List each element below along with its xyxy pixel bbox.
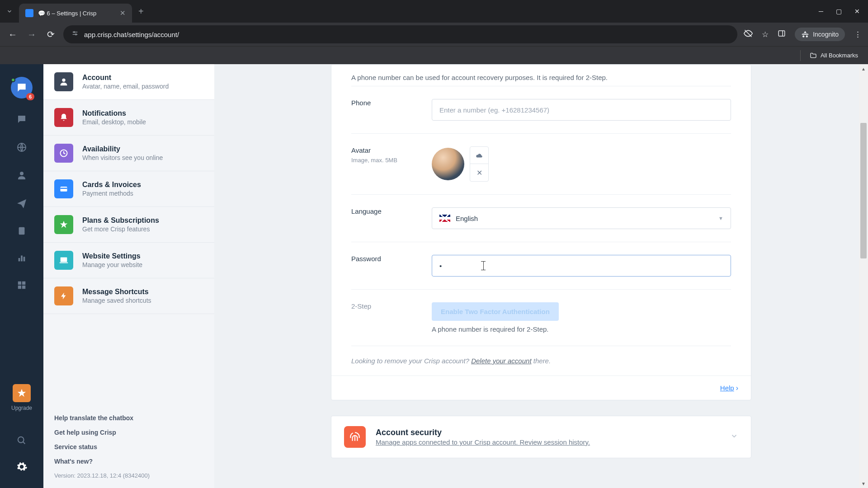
window-close-icon[interactable]: ✕: [854, 8, 860, 15]
tracking-protection-icon[interactable]: [744, 29, 753, 40]
scroll-down-icon[interactable]: ▼: [859, 479, 868, 488]
chevron-right-icon: ›: [736, 384, 738, 392]
incognito-badge[interactable]: Incognito: [795, 28, 845, 41]
bookmarks-bar: All Bookmarks: [0, 46, 868, 64]
sidebar-item-cards[interactable]: Cards & InvoicesPayment methods: [43, 171, 214, 207]
svg-rect-10: [19, 258, 20, 261]
sidebar-item-sub: Manage your website: [82, 261, 142, 268]
account-security-card[interactable]: Account security Manage apps connected t…: [331, 416, 751, 458]
back-button[interactable]: ←: [6, 29, 19, 40]
main-content: A phone number can be used for account r…: [214, 64, 868, 488]
svg-rect-15: [18, 286, 21, 289]
card-footer: Help ›: [331, 375, 751, 400]
phone-label: Phone: [351, 99, 432, 107]
browser-toolbar: ← → ⟳ app.crisp.chat/settings/account/ ☆…: [0, 23, 868, 46]
inbox-icon[interactable]: [16, 114, 27, 127]
two-step-row: 2-Step Enable Two Factor Authentication …: [351, 290, 731, 346]
avatar-upload-button[interactable]: [470, 147, 488, 164]
unread-badge: 6: [26, 93, 34, 100]
svg-point-17: [18, 437, 24, 443]
whatsnew-link[interactable]: What's new?: [54, 454, 203, 469]
browser-menu-icon[interactable]: ⋮: [854, 30, 862, 39]
sidebar-item-sub: Avatar, name, email, password: [82, 83, 169, 90]
search-icon[interactable]: [17, 436, 27, 447]
bell-icon: [54, 108, 73, 127]
visitors-icon[interactable]: [16, 142, 27, 155]
language-select[interactable]: English ▼: [432, 207, 731, 229]
browser-tab[interactable]: 💬 6 – Settings | Crisp ✕: [19, 4, 132, 23]
all-bookmarks-label: All Bookmarks: [821, 52, 858, 59]
address-bar[interactable]: app.crisp.chat/settings/account/: [63, 25, 737, 43]
site-settings-icon[interactable]: [71, 30, 79, 39]
svg-rect-11: [21, 256, 23, 262]
forward-button[interactable]: →: [25, 29, 38, 40]
tab-close-icon[interactable]: ✕: [120, 9, 126, 17]
nav-rail: 6 Upgrade: [0, 64, 43, 488]
svg-line-18: [23, 442, 25, 444]
delete-account-link[interactable]: Delete your account: [471, 357, 531, 365]
campaigns-icon[interactable]: [16, 198, 27, 211]
contacts-icon[interactable]: [16, 170, 27, 183]
phone-row: Phone: [351, 86, 731, 134]
tab-search-dropdown[interactable]: [4, 5, 15, 17]
helpdesk-icon[interactable]: [17, 226, 27, 238]
sidebar-item-availability[interactable]: AvailabilityWhen visitors see you online: [43, 136, 214, 171]
scroll-up-icon[interactable]: ▲: [859, 64, 868, 73]
app-root: 6 Upgrade AccountAvatar, name, email, pa…: [0, 64, 868, 488]
sidebar-item-account[interactable]: AccountAvatar, name, email, password: [43, 64, 214, 100]
delete-account-row: Looking to remove your Crisp account? De…: [351, 346, 731, 375]
two-step-hint: A phone number is required for 2-Step.: [432, 325, 731, 333]
avatar-row: Avatar Image, max. 5MB ✕: [351, 134, 731, 195]
plugins-icon[interactable]: [17, 280, 27, 292]
svg-rect-22: [61, 188, 67, 189]
chevron-down-icon: ▼: [718, 216, 723, 221]
svg-rect-16: [22, 286, 25, 289]
enable-2fa-button[interactable]: Enable Two Factor Authentication: [432, 302, 559, 321]
sidebar-item-title: Account: [82, 74, 169, 82]
avatar-remove-button[interactable]: ✕: [470, 164, 488, 181]
help-link[interactable]: Help: [720, 384, 734, 392]
svg-point-3: [75, 34, 77, 35]
sidebar-item-notifications[interactable]: NotificationsEmail, desktop, mobile: [43, 100, 214, 136]
all-bookmarks-button[interactable]: All Bookmarks: [810, 52, 858, 59]
sidebar-item-plans[interactable]: Plans & SubscriptionsGet more Crisp feat…: [43, 207, 214, 243]
password-input[interactable]: [432, 255, 731, 277]
sidebar-footer: Help translate the chatbox Get help usin…: [43, 402, 214, 488]
bookmark-star-icon[interactable]: ☆: [762, 30, 769, 39]
sidebar-item-sub: Manage saved shortcuts: [82, 297, 151, 304]
upgrade-button[interactable]: Upgrade: [11, 384, 32, 411]
sidebar-item-website[interactable]: Website SettingsManage your website: [43, 243, 214, 278]
avatar-label: Avatar: [351, 146, 432, 154]
window-maximize-icon[interactable]: ▢: [836, 8, 842, 15]
new-tab-button[interactable]: +: [138, 6, 144, 17]
sidebar-item-shortcuts[interactable]: Message ShortcutsManage saved shortcuts: [43, 278, 214, 314]
analytics-icon[interactable]: [17, 253, 27, 265]
svg-rect-13: [18, 282, 21, 285]
scrollbar-thumb[interactable]: [860, 123, 867, 258]
sidebar-item-title: Website Settings: [82, 252, 142, 260]
account-card: A phone number can be used for account r…: [331, 64, 751, 400]
reload-button[interactable]: ⟳: [44, 29, 57, 40]
settings-gear-icon[interactable]: [16, 461, 28, 474]
help-link[interactable]: Get help using Crisp: [54, 425, 203, 440]
presence-dot-icon: [11, 78, 15, 82]
window-minimize-icon[interactable]: ─: [819, 8, 823, 15]
delete-prompt: Looking to remove your Crisp account?: [351, 357, 471, 365]
user-icon: [54, 72, 73, 91]
clock-icon: [54, 144, 73, 163]
crisp-logo[interactable]: 6: [11, 77, 33, 99]
star-icon: [17, 388, 27, 398]
svg-rect-23: [61, 258, 67, 262]
status-link[interactable]: Service status: [54, 440, 203, 454]
scrollbar[interactable]: ▲ ▼: [859, 64, 868, 488]
svg-point-8: [20, 172, 24, 175]
close-icon: ✕: [476, 169, 482, 177]
chevron-down-icon: [730, 432, 738, 442]
translate-link[interactable]: Help translate the chatbox: [54, 411, 203, 425]
svg-rect-24: [60, 263, 68, 263]
phone-input[interactable]: [432, 99, 731, 121]
settings-sidebar: AccountAvatar, name, email, password Not…: [43, 64, 214, 488]
avatar-sub: Image, max. 5MB: [351, 157, 432, 164]
side-panel-icon[interactable]: [778, 29, 786, 40]
tab-title: 💬 6 – Settings | Crisp: [38, 10, 115, 17]
